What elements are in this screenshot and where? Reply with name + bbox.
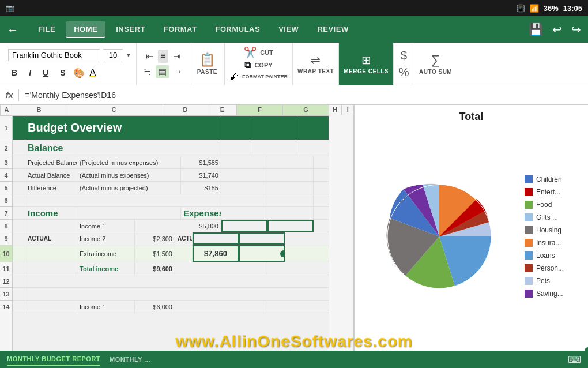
- cell-g4[interactable]: [267, 169, 314, 181]
- align-justify-button[interactable]: ≒: [141, 65, 153, 78]
- autosum-icon[interactable]: ∑: [431, 52, 440, 67]
- cell-b4[interactable]: Actual Balance: [25, 169, 77, 181]
- cell-f6[interactable]: [221, 194, 267, 206]
- cell-c14[interactable]: Income 1: [77, 301, 135, 313]
- redo-icon[interactable]: ↪: [571, 22, 581, 36]
- cell-g9[interactable]: [239, 232, 285, 245]
- cell-b14[interactable]: [25, 301, 77, 313]
- formula-input[interactable]: [25, 91, 582, 100]
- cell-g8[interactable]: [267, 220, 314, 232]
- cell-b1[interactable]: Budget Overview: [25, 116, 221, 140]
- align-middle-button[interactable]: ▤: [156, 65, 169, 78]
- bold-button[interactable]: B: [8, 67, 21, 78]
- cell-g1[interactable]: [296, 116, 329, 140]
- cell-c3[interactable]: (Projected minus expenses): [77, 156, 181, 168]
- cell-a9[interactable]: [13, 232, 25, 245]
- cell-c5[interactable]: (Actual minus projected): [77, 182, 181, 194]
- cell-a12[interactable]: [13, 275, 25, 287]
- paste-icon[interactable]: 📋: [199, 52, 215, 67]
- cell-g10[interactable]: [239, 245, 285, 262]
- undo-icon[interactable]: ↩: [552, 22, 562, 36]
- cell-a7[interactable]: [13, 207, 25, 219]
- dollar-button[interactable]: $: [401, 49, 407, 62]
- cell-g6[interactable]: [267, 194, 314, 206]
- tab-file[interactable]: FILE: [30, 21, 63, 38]
- cell-f5[interactable]: [221, 182, 267, 194]
- cell-c9[interactable]: Income 2: [77, 232, 135, 245]
- cell-b11[interactable]: [25, 262, 77, 275]
- back-icon[interactable]: ←: [7, 23, 18, 36]
- cell-e2[interactable]: [221, 140, 250, 156]
- underline-button[interactable]: U: [39, 67, 52, 78]
- merge-cells-icon[interactable]: ⊞: [361, 53, 371, 67]
- cell-b13[interactable]: [25, 288, 329, 300]
- cell-e1[interactable]: [221, 116, 250, 140]
- tab-insert[interactable]: INSERT: [108, 21, 153, 38]
- cell-e7[interactable]: Expenses: [181, 207, 221, 219]
- cell-a5[interactable]: [13, 182, 25, 194]
- italic-button[interactable]: I: [25, 67, 35, 78]
- cell-d5[interactable]: $155: [181, 182, 221, 194]
- cell-a8[interactable]: [13, 220, 25, 232]
- cell-g2[interactable]: [296, 140, 329, 156]
- cell-a14[interactable]: [13, 301, 25, 313]
- cell-a10[interactable]: [13, 245, 25, 262]
- cell-a11[interactable]: [13, 262, 25, 275]
- cell-f2[interactable]: [250, 140, 296, 156]
- tab-formulas[interactable]: FORMULAS: [207, 21, 268, 38]
- cell-c11[interactable]: Total income: [77, 262, 135, 275]
- cell-d8[interactable]: $5,800: [135, 220, 221, 232]
- keyboard-icon[interactable]: ⌨: [568, 354, 581, 365]
- bottom-tab-monthly-budget[interactable]: MONTHLY BUDGET REPORT: [7, 353, 100, 366]
- cell-a1[interactable]: [13, 116, 25, 140]
- cell-f7[interactable]: [221, 207, 267, 219]
- cell-d4[interactable]: $1,740: [181, 169, 221, 181]
- copy-row[interactable]: ⧉ COPY: [244, 60, 272, 70]
- save-icon[interactable]: 💾: [529, 22, 543, 36]
- cell-g5[interactable]: [267, 182, 314, 194]
- tab-view[interactable]: VIEW: [270, 21, 307, 38]
- cell-f1[interactable]: [250, 116, 296, 140]
- indent-button[interactable]: →: [171, 65, 185, 78]
- cell-e9[interactable]: ACTUAL: [175, 232, 193, 245]
- cell-d14[interactable]: $6,000: [135, 301, 175, 313]
- cut-row[interactable]: ✂️ CUT: [244, 46, 273, 59]
- align-right-button[interactable]: ⇥: [171, 50, 183, 63]
- cell-f9[interactable]: [193, 232, 239, 245]
- cell-b12[interactable]: [25, 275, 329, 287]
- percent-button[interactable]: %: [399, 66, 409, 79]
- align-left-button[interactable]: ⇤: [144, 50, 156, 63]
- cell-b3[interactable]: Projected Balance: [25, 156, 77, 168]
- cell-e14[interactable]: [175, 301, 267, 313]
- cell-b10[interactable]: [25, 245, 77, 262]
- cell-e11[interactable]: [175, 262, 267, 275]
- tab-format[interactable]: FORMAT: [156, 21, 205, 38]
- cell-d9[interactable]: $2,300: [135, 232, 175, 245]
- cell-c4[interactable]: (Actual minus expenses): [77, 169, 181, 181]
- cell-a2[interactable]: [13, 140, 25, 156]
- cell-b6[interactable]: [25, 194, 221, 206]
- cell-b8[interactable]: [25, 220, 77, 232]
- cell-a4[interactable]: [13, 169, 25, 181]
- cell-c8[interactable]: Income 1: [77, 220, 135, 232]
- cell-f4[interactable]: [221, 169, 267, 181]
- wrap-text-icon[interactable]: ⇌: [311, 53, 321, 67]
- fill-color-icon[interactable]: 🎨: [73, 67, 85, 78]
- cell-a13[interactable]: [13, 288, 25, 300]
- cell-d11[interactable]: $9,600: [135, 262, 175, 275]
- cell-f8[interactable]: [221, 220, 267, 232]
- font-color-icon[interactable]: A: [89, 67, 96, 78]
- cell-b7[interactable]: Income: [25, 207, 77, 219]
- cell-g7[interactable]: [267, 207, 314, 219]
- cell-b9[interactable]: ACTUAL: [25, 232, 77, 245]
- font-size-dropdown-icon[interactable]: ▼: [126, 52, 131, 58]
- format-painter-row[interactable]: 🖌 FORMAT PAINTER: [229, 72, 288, 82]
- cell-e10[interactable]: [175, 245, 193, 262]
- font-size-box[interactable]: 10: [103, 49, 123, 61]
- tab-home[interactable]: HOME: [66, 21, 105, 38]
- cell-a3[interactable]: [13, 156, 25, 168]
- cell-c7[interactable]: [77, 207, 181, 219]
- tab-review[interactable]: REVIEW: [309, 21, 356, 38]
- cell-b5[interactable]: Difference: [25, 182, 77, 194]
- cell-d10[interactable]: $1,500: [135, 245, 175, 262]
